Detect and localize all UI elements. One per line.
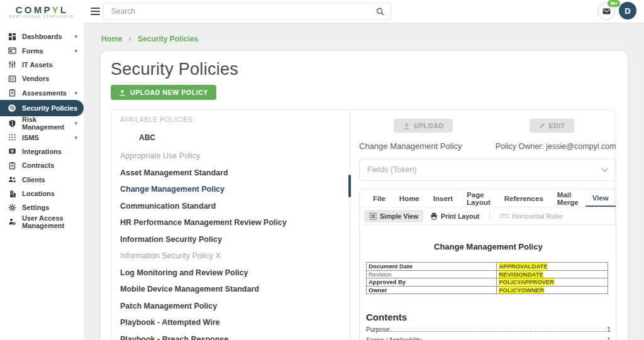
sidebar-item-contracts[interactable]: Contracts [0,158,84,172]
logo-tagline: CONTINUOUS COMPLIANCE [0,15,84,18]
security-policies-card: Security Policies UPLOAD NEW POLICY AVAI… [101,51,628,340]
tab-file[interactable]: File [366,190,392,207]
sidebar-item-label: Assessments [22,89,74,97]
policy-meta-row: Change Management Policy Policy Owner: j… [359,141,616,151]
breadcrumb: Home › Security Policies [84,23,644,43]
tab-page-layout[interactable]: Page Layout [460,190,497,207]
policy-item-hr-performance-management-review-policy[interactable]: HR Performance Management Review Policy [120,219,350,227]
print-layout-button[interactable]: Print Layout [425,210,484,222]
upload-icon [403,123,410,129]
sidebar-item-forms[interactable]: Forms▾ [0,43,84,57]
upload-new-policy-button[interactable]: UPLOAD NEW POLICY [111,85,216,100]
sidebar-item-clients[interactable]: Clients [0,173,84,187]
tab-mail-merge[interactable]: Mail Merge [550,190,586,207]
hamburger-menu-icon[interactable] [91,8,100,15]
dashboard-icon [8,32,16,41]
print-icon [430,212,438,220]
sidebar-item-label: Clients [22,176,80,184]
sidebar-item-label: Risk Management [22,116,74,131]
list-header: AVAILABLE POLICIES [116,116,350,123]
sidebar-item-isms[interactable]: ISMS▾ [0,130,84,144]
security-icon [8,104,16,112]
sidebar-item-security-policies[interactable]: Security Policies [0,100,84,116]
policy-item-log-monitoring-and-review-policy[interactable]: Log Monitoring and Review Policy [120,269,350,277]
chevron-down-icon [601,168,608,172]
document-meta-table: Document DateAPPROVALDATERevisionREVISIO… [366,262,608,294]
useraccess-icon [8,217,16,226]
shield-icon [8,119,16,128]
sidebar-item-risk-management[interactable]: Risk Management▾ [0,116,84,130]
sidebar-item-label: Settings [22,204,80,211]
settings-icon [8,203,16,212]
sidebar-item-label: Forms [22,47,74,55]
mail-button[interactable]: 99+ [597,3,615,20]
policy-item-change-management-policy[interactable]: Change Management Policy [120,185,350,194]
sidebar-item-it-assets[interactable]: IT Assets [0,58,84,72]
policy-item-patch-management-policy[interactable]: Patch Management Policy [120,302,350,310]
sidebar-item-label: Locations [22,190,80,197]
mail-badge: 99+ [608,0,620,7]
sidebar-item-label: Vendors [22,75,80,82]
sidebar-item-vendors[interactable]: Vendors [0,72,84,85]
chevron-down-icon: ▾ [74,134,77,141]
document-page: Change Management Policy Document DateAP… [360,225,616,340]
edit-button[interactable]: EDIT [530,119,575,133]
isms-icon [8,133,16,142]
policy-item-information-security-policy[interactable]: Information Security Policy [120,236,350,244]
fields-token-select[interactable]: Fields (Token) [359,158,616,181]
ribbon-tabs: FileHomeInsertPage LayoutReferencesMail … [360,190,616,207]
policy-list: Appropriate Use PolicyAsset Management S… [116,152,350,340]
breadcrumb-current[interactable]: Security Policies [138,35,198,43]
pencil-icon [539,123,545,129]
sidebar: COMPYL CONTINUOUS COMPLIANCE Dashboards▾… [0,0,84,340]
policy-item-playbook-breach-response[interactable]: Playbook - Breach Response [120,336,350,340]
sidebar-item-label: Integrations [22,148,80,155]
document-title: Change Management Policy [366,242,611,251]
table-of-contents: Purpose1Scope / Applicability1Controlled… [366,326,611,340]
sidebar-item-label: Contracts [22,162,80,169]
simple-view-button[interactable]: Simple View [364,210,423,222]
list-scrollbar-thumb[interactable] [348,175,351,197]
breadcrumb-home[interactable]: Home [101,35,122,43]
vendors-icon [8,74,16,83]
token-value: POLICYOWNER [499,287,544,293]
meta-row-revision: RevisionREVISIONDATE [367,270,608,278]
tab-references[interactable]: References [497,190,550,207]
tab-home[interactable]: Home [392,190,426,207]
policy-item-mobile-device-management-standard[interactable]: Mobile Device Management Standard [120,285,350,293]
document-viewer: FileHomeInsertPage LayoutReferencesMail … [359,189,616,340]
search-icon[interactable] [376,8,384,16]
search-input[interactable] [110,6,376,16]
avatar[interactable]: D [619,2,636,19]
horizontal-ruler-button[interactable]: Horizontal Ruler [495,210,568,222]
policy-item-communication-standard[interactable]: Communication Standard [120,202,350,211]
meta-row-document-date: Document DateAPPROVALDATE [367,263,608,271]
policy-list-column: AVAILABLE POLICIES ABC Appropriate Use P… [111,110,350,340]
chevron-down-icon: ▾ [74,48,77,54]
policy-item-asset-management-standard[interactable]: Asset Management Standard [120,169,350,177]
sidebar-item-user-access-management[interactable]: User Access Management [0,215,84,229]
main-content: Home › Security Policies Security Polici… [84,23,644,340]
chevron-down-icon: ▾ [74,120,77,126]
sidebar-item-label: User Access Management [22,214,80,229]
policy-item-playbook-attempted-wire[interactable]: Playbook - Attempted Wire [120,319,350,327]
contents-heading: Contents [366,312,611,322]
tab-insert[interactable]: Insert [426,190,460,207]
sidebar-item-settings[interactable]: Settings [0,200,84,214]
locations-icon [8,189,16,198]
token-value: APPROVALDATE [499,263,547,270]
simpleview-icon [369,212,377,220]
sidebar-item-integrations[interactable]: Integrations [0,145,84,158]
tab-view[interactable]: View [586,190,616,207]
sidebar-item-locations[interactable]: Locations [0,187,84,200]
search-box [103,3,391,20]
sidebar-item-dashboards[interactable]: Dashboards▾ [0,30,84,43]
policy-owner: Policy Owner: jessie@compyl.com [496,142,616,151]
policy-item-appropriate-use-policy[interactable]: Appropriate Use Policy [120,152,350,160]
sidebar-item-assessments[interactable]: Assessments▾ [0,86,84,100]
upload-button[interactable]: UPLOAD [394,119,453,133]
page-title: Security Policies [111,60,615,79]
chevron-down-icon: ▾ [74,90,77,96]
policy-item-information-security-policy-x[interactable]: Information Security Policy X [120,252,350,260]
topbar: 99+ D [0,0,644,23]
